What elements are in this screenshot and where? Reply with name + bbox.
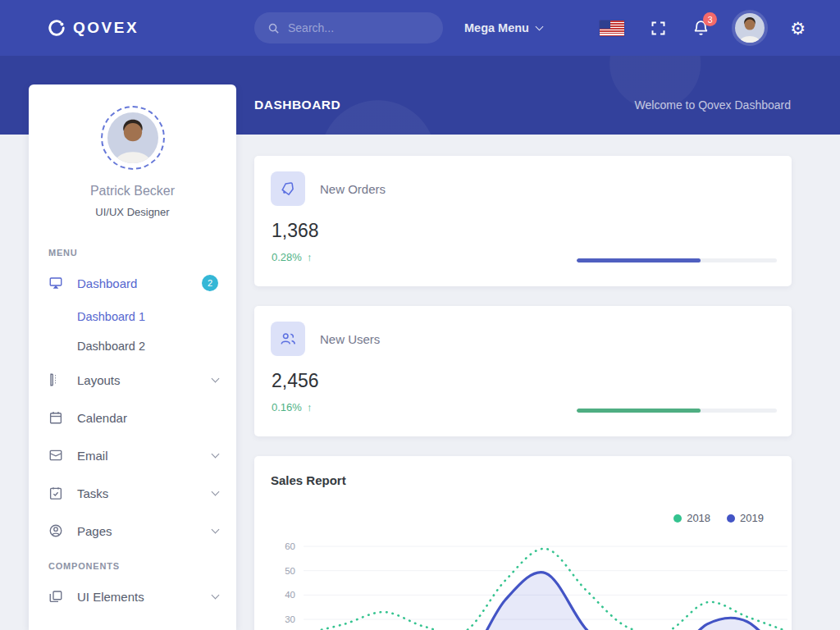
stat-card-title: New Orders <box>320 182 386 196</box>
chevron-down-icon <box>212 487 220 495</box>
svg-text:50: 50 <box>285 566 295 576</box>
legend-label: 2019 <box>740 512 764 524</box>
chevron-down-icon <box>212 591 220 599</box>
notifications-button[interactable]: 3 <box>692 19 710 37</box>
fullscreen-icon <box>650 20 667 37</box>
tag-plus-icon <box>271 171 305 206</box>
change-percent: 0.16% <box>272 401 302 413</box>
sidebar-item-email[interactable]: Email <box>29 436 236 474</box>
topbar-actions: 3 ⚙ <box>600 13 840 43</box>
mega-menu-label: Mega Menu <box>464 21 529 34</box>
chevron-down-icon <box>212 374 220 382</box>
legend-item-2019[interactable]: 2019 <box>727 512 764 524</box>
components-section-label: COMPONENTS <box>29 561 236 571</box>
profile-role: UI/UX Designer <box>29 206 236 218</box>
gear-icon: ⚙ <box>790 20 806 37</box>
sidebar-item-dashboard-2[interactable]: Dashboard 2 <box>29 331 236 361</box>
profile-name: Patrick Becker <box>29 184 236 199</box>
calendar-icon <box>48 410 65 425</box>
sidebar-item-label: Email <box>77 449 108 463</box>
sidebar-item-label: Tasks <box>77 486 108 500</box>
menu-section-label: MENU <box>29 248 236 258</box>
svg-text:40: 40 <box>285 590 295 600</box>
progress-fill <box>577 258 701 262</box>
arrow-up-icon: ↑ <box>307 251 313 263</box>
sidebar-item-calendar[interactable]: Calendar <box>29 399 236 436</box>
qovex-dashboard-page: QOVEX Mega Menu <box>0 0 840 630</box>
sidebar-item-label: Layouts <box>77 373 121 387</box>
sidebar-item-dashboard-1[interactable]: Dashboard 1 <box>29 302 236 331</box>
sales-report-chart: 60504030 <box>262 532 796 630</box>
search-box[interactable] <box>254 12 443 43</box>
chevron-down-icon <box>212 450 220 458</box>
legend-dot <box>727 514 735 523</box>
sidebar-item-ui-elements[interactable]: UI Elements <box>29 578 236 615</box>
sidebar-item-label: Calendar <box>77 411 127 425</box>
mega-menu-button[interactable]: Mega Menu <box>464 21 542 34</box>
page-subtitle: Welcome to Qovex Dashboard <box>635 98 791 112</box>
page-title: DASHBOARD <box>254 98 340 112</box>
top-navbar: QOVEX Mega Menu <box>0 0 840 56</box>
progress-fill <box>577 409 701 413</box>
chart-legend: 2018 2019 <box>673 512 764 524</box>
chart-title: Sales Report <box>254 456 792 487</box>
sidebar-item-label: Pages <box>77 524 112 538</box>
sales-report-card: Sales Report 2018 2019 60504030 <box>254 456 792 630</box>
profile-avatar-ring <box>101 106 165 170</box>
sidebar-item-layouts[interactable]: Layouts <box>29 361 236 399</box>
settings-button[interactable]: ⚙ <box>790 20 806 37</box>
svg-text:60: 60 <box>285 541 295 551</box>
flag-canton <box>600 21 610 29</box>
stat-card-value: 2,456 <box>254 356 792 392</box>
sidebar-item-label: UI Elements <box>77 590 144 604</box>
stat-card-title: New Users <box>320 332 380 346</box>
sidebar-item-pages[interactable]: Pages <box>29 512 236 550</box>
users-icon <box>271 322 305 356</box>
avatar-photo <box>735 13 765 43</box>
legend-dot <box>673 514 682 523</box>
notification-count-badge: 3 <box>703 12 717 26</box>
tasks-icon <box>48 486 65 500</box>
brand-logo-icon <box>48 19 66 37</box>
avatar-photo <box>107 112 158 163</box>
dashboard-count-badge: 2 <box>202 275 218 291</box>
fullscreen-button[interactable] <box>650 20 667 37</box>
language-flag-us[interactable] <box>600 21 624 36</box>
legend-item-2018[interactable]: 2018 <box>673 512 710 524</box>
user-avatar-topbar[interactable] <box>735 13 765 43</box>
brand-name: QOVEX <box>73 19 139 37</box>
search-input[interactable] <box>288 21 430 34</box>
layers-icon <box>48 589 65 604</box>
sidebar-item-tasks[interactable]: Tasks <box>29 474 236 512</box>
sidebar-item-label: Dashboard <box>77 276 137 290</box>
chevron-down-icon <box>536 22 544 30</box>
progress-bar <box>577 409 777 413</box>
monitor-icon <box>48 276 65 290</box>
progress-bar <box>577 258 777 262</box>
arrow-up-icon: ↑ <box>307 401 313 413</box>
chevron-down-icon <box>212 525 220 533</box>
user-circle-icon <box>48 523 65 538</box>
stat-card-new-orders: New Orders 1,368 0.28% ↑ <box>254 156 792 286</box>
sidebar-item-dashboard[interactable]: Dashboard 2 <box>29 264 236 302</box>
layouts-icon <box>48 372 65 387</box>
stat-card-value: 1,368 <box>254 206 792 242</box>
brand-logo[interactable]: QOVEX <box>0 19 254 37</box>
profile-avatar[interactable] <box>107 112 158 163</box>
legend-label: 2018 <box>687 512 710 524</box>
email-icon <box>48 448 65 463</box>
svg-text:30: 30 <box>285 614 295 624</box>
change-percent: 0.28% <box>272 251 302 263</box>
stat-card-new-users: New Users 2,456 0.16% ↑ <box>254 306 792 436</box>
sidebar-profile: Patrick Becker UI/UX Designer <box>29 84 236 218</box>
sidebar: Patrick Becker UI/UX Designer MENU Dashb… <box>29 84 236 630</box>
search-icon <box>267 22 280 34</box>
